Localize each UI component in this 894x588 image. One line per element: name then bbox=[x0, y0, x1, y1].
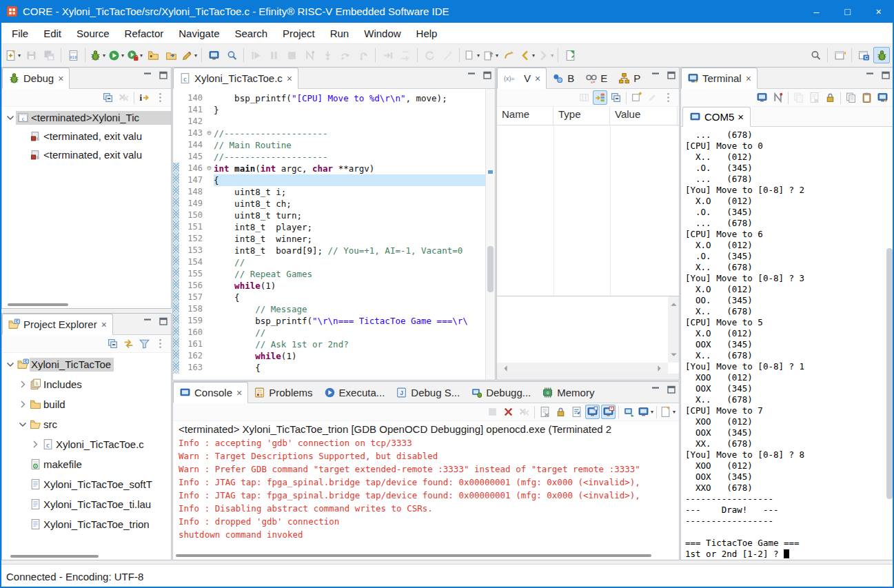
c-persp-button[interactable]: C bbox=[855, 47, 872, 63]
menu-window[interactable]: Window bbox=[356, 23, 408, 43]
mark-occ-button[interactable] bbox=[439, 47, 456, 63]
chevron-down-icon[interactable] bbox=[5, 358, 16, 370]
maximize-button[interactable]: □ bbox=[832, 0, 863, 23]
menu-dots-button[interactable] bbox=[153, 90, 167, 105]
new-file-button[interactable]: ▾ bbox=[4, 47, 21, 63]
next-ann-button[interactable]: ▾ bbox=[463, 47, 480, 63]
minimize-button[interactable]: – bbox=[801, 0, 832, 23]
paste-button[interactable] bbox=[860, 90, 874, 105]
step-return-button[interactable] bbox=[355, 47, 372, 63]
debug-button[interactable]: ▾ bbox=[89, 47, 106, 63]
chevron-right-icon[interactable] bbox=[30, 438, 41, 450]
clear-console-button[interactable] bbox=[807, 90, 822, 105]
step-over-button[interactable] bbox=[337, 47, 354, 63]
column-header-type[interactable]: Type bbox=[553, 107, 610, 125]
disconnect-term-button[interactable] bbox=[771, 90, 785, 105]
close-icon[interactable]: × bbox=[236, 387, 242, 398]
menu-run[interactable]: Run bbox=[323, 23, 357, 43]
edit-pencil-button[interactable] bbox=[645, 90, 660, 105]
logical-button[interactable] bbox=[593, 90, 607, 105]
tab-console[interactable]: Console× bbox=[173, 382, 248, 403]
disconnect-button[interactable] bbox=[301, 47, 318, 63]
debug-hscrollbar[interactable] bbox=[8, 303, 68, 306]
collapse-all-button[interactable] bbox=[101, 90, 115, 105]
tree-item[interactable]: <terminated, exit valu bbox=[2, 127, 171, 145]
detail-vscrollbar[interactable] bbox=[668, 296, 679, 363]
term-settings-button[interactable] bbox=[875, 90, 890, 105]
terminate-button[interactable] bbox=[283, 47, 300, 63]
run-config-button[interactable]: ▾ bbox=[126, 47, 143, 63]
filter-button[interactable] bbox=[137, 336, 152, 351]
tree-item[interactable]: Xyloni_TicTacToe_ti.lau bbox=[2, 494, 171, 514]
menu-navigate[interactable]: Navigate bbox=[171, 23, 227, 43]
new-console-button[interactable]: ▾ bbox=[660, 405, 675, 419]
close-icon[interactable]: × bbox=[738, 111, 744, 123]
maximize-icon[interactable] bbox=[880, 70, 891, 81]
tab-problems[interactable]: Problems bbox=[248, 383, 318, 403]
tree-item[interactable]: src bbox=[2, 414, 171, 434]
console-log[interactable]: Info : accepting 'gdb' connection on tcp… bbox=[173, 436, 679, 560]
run-button[interactable]: ▾ bbox=[108, 47, 125, 63]
link-editor-button[interactable] bbox=[121, 336, 136, 351]
fold-marker-icon[interactable]: ⊖ bbox=[205, 128, 214, 139]
word-wrap-button[interactable] bbox=[569, 405, 584, 419]
minimize-icon[interactable] bbox=[142, 70, 153, 81]
menu-project[interactable]: Project bbox=[275, 23, 323, 43]
open-folder-button[interactable] bbox=[145, 47, 161, 63]
inspect-button[interactable] bbox=[223, 47, 240, 63]
monitor-button[interactable] bbox=[205, 47, 222, 63]
tab-debugs[interactable]: JDebug S... bbox=[390, 383, 465, 403]
tree-item[interactable]: build bbox=[2, 394, 171, 414]
open-persp-button[interactable]: ✦ bbox=[831, 47, 848, 63]
variables-detail-pane[interactable] bbox=[497, 296, 679, 374]
close-button[interactable]: × bbox=[863, 0, 894, 23]
menu-file[interactable]: File bbox=[4, 23, 36, 43]
flash-button[interactable]: ▾ bbox=[181, 47, 198, 63]
tab-v[interactable]: (x)=V× bbox=[497, 68, 547, 89]
show-cols-button[interactable] bbox=[577, 90, 591, 105]
fold-marker-icon[interactable]: ⊖ bbox=[205, 163, 214, 174]
tree-item[interactable]: Xyloni_TicTacToe_softT bbox=[2, 474, 171, 494]
clear-console-button[interactable] bbox=[538, 405, 552, 419]
console-hscrollbar[interactable] bbox=[176, 554, 651, 557]
tab-debugg[interactable]: Debugg... bbox=[465, 383, 536, 403]
minimize-icon[interactable] bbox=[650, 70, 661, 81]
scroll-lock-button[interactable] bbox=[553, 405, 568, 419]
minimize-icon[interactable] bbox=[864, 70, 875, 81]
focus-i-button[interactable]: i bbox=[137, 90, 152, 105]
terminal-scrollbar[interactable] bbox=[886, 248, 893, 499]
trace-button[interactable] bbox=[397, 47, 414, 63]
menu-refactor[interactable]: Refactor bbox=[117, 23, 172, 43]
collapse-all-button[interactable] bbox=[609, 90, 623, 105]
column-header-value[interactable]: Value bbox=[610, 107, 678, 125]
menu-help[interactable]: Help bbox=[409, 23, 445, 43]
show-out-button[interactable]: * bbox=[601, 405, 616, 419]
tab-project-explorer[interactable]: C Project Explorer × bbox=[2, 314, 113, 335]
tab-editor-file[interactable]: c Xyloni_TicTacToe.c × bbox=[173, 68, 298, 89]
minimize-icon[interactable] bbox=[650, 384, 661, 395]
remove-xx-button[interactable] bbox=[517, 405, 531, 419]
tab-e[interactable]: x=E bbox=[580, 68, 613, 88]
tab-p[interactable]: P bbox=[613, 68, 646, 88]
add-new-button[interactable] bbox=[629, 90, 644, 105]
tab-executa[interactable]: Executa... bbox=[318, 383, 391, 403]
tab-com5[interactable]: COM5 × bbox=[682, 107, 751, 127]
tree-item[interactable]: makefile bbox=[2, 454, 171, 474]
chevron-down-icon[interactable] bbox=[17, 418, 28, 430]
close-icon[interactable]: × bbox=[287, 73, 292, 84]
save-all-button[interactable] bbox=[41, 47, 57, 63]
collapse-all-button[interactable] bbox=[105, 336, 120, 351]
import-folder-button[interactable] bbox=[163, 47, 179, 63]
tree-item[interactable]: cXyloni_TicTacToe.c bbox=[2, 434, 171, 454]
detail-hscrollbar[interactable] bbox=[497, 363, 668, 374]
chevron-right-icon[interactable] bbox=[17, 378, 28, 390]
editor-scrollbar[interactable] bbox=[485, 89, 495, 380]
minimize-icon[interactable] bbox=[142, 316, 153, 327]
maximize-icon[interactable] bbox=[666, 70, 677, 81]
copy-button[interactable] bbox=[844, 90, 858, 105]
variables-table[interactable] bbox=[497, 125, 679, 296]
remove-xx-button[interactable] bbox=[116, 90, 131, 105]
terminal-output[interactable]: ... (678)[CPU] Move to 0 X.. (012) .O. (… bbox=[681, 127, 893, 560]
restart-button[interactable] bbox=[421, 47, 438, 63]
project-tree[interactable]: CXyloni_TicTacToehIncludesbuildsrccXylon… bbox=[2, 353, 171, 560]
